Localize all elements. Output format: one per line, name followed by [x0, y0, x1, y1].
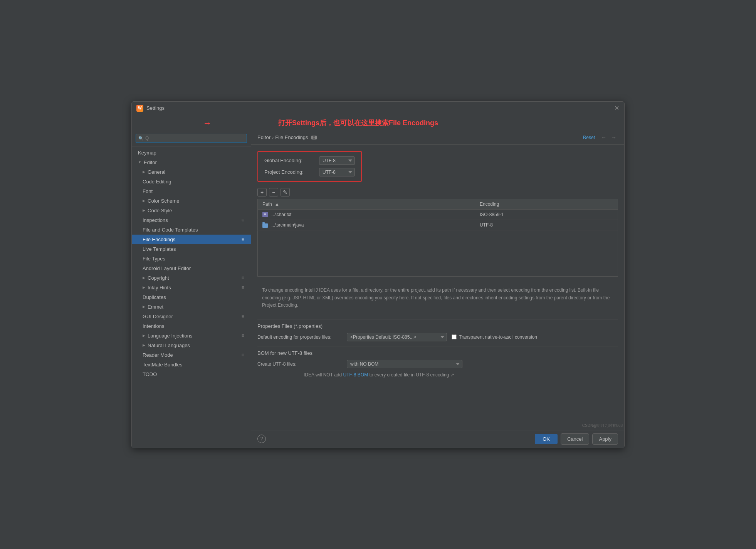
properties-encoding-select[interactable]: <Properties Default: ISO-885...> UTF-8 I… — [347, 333, 447, 341]
search-input[interactable] — [136, 134, 247, 143]
sidebar-item-intentions[interactable]: Intentions — [132, 321, 251, 331]
sidebar-item-emmet[interactable]: ▶ Emmet — [132, 302, 251, 312]
breadcrumb-parent: Editor — [257, 134, 270, 140]
breadcrumb: Editor › File Encodings ⊞ — [257, 134, 317, 140]
sidebar-item-language-injections[interactable]: ▶ Language Injections ⊞ — [132, 331, 251, 341]
reset-button[interactable]: Reset — [583, 135, 595, 140]
encoding-top-box: Global Encoding: UTF-8 ISO-8859-1 UTF-16… — [257, 151, 362, 182]
transparent-label: Transparent native-to-ascii conversion — [459, 334, 537, 340]
table-row[interactable]: ...\src\main\java UTF-8 — [258, 220, 618, 230]
breadcrumb-bar: Editor › File Encodings ⊞ Reset ← → — [251, 131, 624, 145]
remove-path-button[interactable]: − — [269, 188, 278, 196]
close-button[interactable]: ✕ — [613, 105, 620, 111]
add-path-button[interactable]: + — [257, 188, 267, 196]
path-column-header[interactable]: Path ▲ — [258, 199, 475, 209]
search-box: 🔍 — [132, 131, 251, 146]
cancel-button[interactable]: Cancel — [561, 433, 589, 445]
empty-table-row — [258, 230, 618, 277]
sidebar-item-file-encodings[interactable]: File Encodings ⊞ — [132, 235, 251, 244]
back-arrow[interactable]: ← — [600, 134, 608, 141]
nav-tree: Keymap ▼ Editor ▶ General Code Editing F… — [132, 146, 251, 448]
project-encoding-row: Project Encoding: UTF-8 ISO-8859-1 UTF-1… — [264, 168, 355, 176]
properties-encoding-label: Default encoding for properties files: — [257, 334, 342, 340]
transparent-checkbox[interactable] — [452, 334, 457, 339]
sidebar: 🔍 Keymap ▼ Editor ▶ General Code Editing — [132, 131, 251, 448]
sort-arrow: ▲ — [275, 201, 279, 207]
encoding-column-header[interactable]: Encoding — [475, 199, 618, 209]
properties-divider — [257, 319, 618, 319]
sidebar-item-file-types[interactable]: File Types — [132, 254, 251, 264]
settings-dialog: W Settings ✕ → 打开Settings后，也可以在这里搜索File … — [131, 101, 625, 448]
sidebar-item-natural-languages[interactable]: ▶ Natural Languages — [132, 341, 251, 350]
global-encoding-select[interactable]: UTF-8 ISO-8859-1 UTF-16 — [319, 156, 355, 165]
annotation-text: 打开Settings后，也可以在这里搜索File Encodings — [278, 119, 438, 127]
forward-arrow[interactable]: → — [610, 134, 618, 141]
title-bar: W Settings ✕ — [132, 102, 624, 115]
bom-label: Create UTF-8 files: — [257, 361, 342, 367]
global-encoding-label: Global Encoding: — [264, 158, 314, 163]
sidebar-item-keymap[interactable]: Keymap — [132, 148, 251, 158]
sidebar-item-reader-mode[interactable]: Reader Mode ⊞ — [132, 350, 251, 360]
bom-divider — [257, 346, 618, 346]
apply-button[interactable]: Apply — [592, 433, 618, 445]
global-encoding-row: Global Encoding: UTF-8 ISO-8859-1 UTF-16 — [264, 156, 355, 165]
folder-icon — [262, 223, 268, 228]
table-row[interactable]: ≡ ...\char.txt ISO-8859-1 — [258, 209, 618, 220]
sidebar-item-todo[interactable]: TODO — [132, 369, 251, 379]
bom-note: IDEA will NOT add UTF-8 BOM to every cre… — [257, 372, 618, 378]
help-button[interactable]: ? — [257, 435, 266, 443]
watermark: CSDN@明月九时有868 — [582, 423, 623, 428]
bom-section-header: BOM for new UTF-8 files — [257, 350, 618, 356]
sidebar-item-live-templates[interactable]: Live Templates — [132, 244, 251, 254]
file-icon-txt: ≡ — [262, 212, 268, 217]
right-panel: Editor › File Encodings ⊞ Reset ← → Glob… — [251, 131, 624, 448]
bottom-bar: ? OK Cancel Apply — [251, 430, 624, 448]
utf8-bom-link[interactable]: UTF-8 BOM — [343, 372, 368, 378]
properties-section-header: Properties Files (*.properties) — [257, 323, 618, 329]
main-content: 🔍 Keymap ▼ Editor ▶ General Code Editing — [132, 131, 624, 448]
edit-path-button[interactable]: ✎ — [281, 188, 290, 196]
sidebar-item-inspections[interactable]: Inspections ⊞ — [132, 215, 251, 225]
sidebar-item-file-code-templates[interactable]: File and Code Templates — [132, 225, 251, 235]
info-text: To change encoding IntelliJ IDEA uses fo… — [257, 283, 618, 313]
panel-content: Global Encoding: UTF-8 ISO-8859-1 UTF-16… — [251, 145, 624, 430]
table-toolbar: + − ✎ — [257, 188, 618, 196]
app-icon: W — [136, 105, 143, 112]
bom-row: Create UTF-8 files: with NO BOM with BOM… — [257, 360, 618, 368]
sidebar-item-textmate-bundles[interactable]: TextMate Bundles — [132, 360, 251, 369]
sidebar-item-color-scheme[interactable]: ▶ Color Scheme — [132, 196, 251, 206]
sidebar-item-android-layout-editor[interactable]: Android Layout Editor — [132, 264, 251, 273]
properties-encoding-row: Default encoding for properties files: <… — [257, 333, 618, 341]
ok-button[interactable]: OK — [535, 434, 558, 444]
breadcrumb-nav: Reset ← → — [583, 134, 618, 141]
encoding-table: Path ▲ Encoding ≡ ...\char.t — [257, 199, 618, 277]
breadcrumb-current: File Encodings — [275, 134, 308, 140]
sidebar-item-copyright[interactable]: ▶ Copyright ⊞ — [132, 273, 251, 283]
sidebar-item-code-style[interactable]: ▶ Code Style — [132, 206, 251, 215]
sidebar-item-font[interactable]: Font — [132, 186, 251, 196]
sidebar-item-duplicates[interactable]: Duplicates — [132, 292, 251, 302]
dialog-title: Settings — [146, 105, 165, 111]
project-encoding-label: Project Encoding: — [264, 169, 314, 175]
sidebar-item-editor[interactable]: ▼ Editor — [132, 158, 251, 167]
search-icon: 🔍 — [138, 136, 144, 141]
sidebar-item-inlay-hints[interactable]: ▶ Inlay Hints ⊞ — [132, 283, 251, 292]
sidebar-item-gui-designer[interactable]: GUI Designer ⊞ — [132, 312, 251, 321]
sidebar-item-general[interactable]: ▶ General — [132, 167, 251, 177]
sidebar-item-code-editing[interactable]: Code Editing — [132, 177, 251, 186]
bom-select[interactable]: with NO BOM with BOM with BOM (ask) — [347, 360, 462, 368]
project-encoding-select[interactable]: UTF-8 ISO-8859-1 UTF-16 — [319, 168, 355, 176]
